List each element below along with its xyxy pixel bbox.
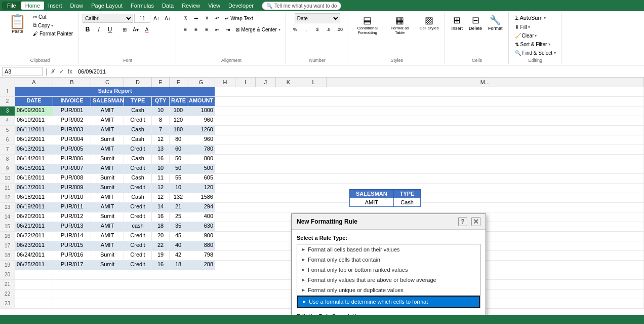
tell-me-box[interactable]: 🔍 Tell me what you want to do [262, 2, 341, 10]
cell-13-amount[interactable]: 294 [187, 203, 215, 212]
cell-16-type[interactable]: Credit [124, 232, 152, 241]
paste-button[interactable]: 📋 Paste [5, 13, 30, 35]
cell-5-qty[interactable]: 7 [152, 126, 170, 135]
cell-18-salesman[interactable]: Sumit [91, 251, 124, 260]
cell-8-date[interactable]: 06/14/2011 [15, 155, 53, 164]
cell-4-date[interactable]: 06/10/2011 [15, 116, 53, 125]
cell-7-type[interactable]: Credit [124, 145, 152, 154]
cell-8-qty[interactable]: 16 [152, 155, 170, 164]
indent-increase-button[interactable]: ⇥ [223, 24, 233, 34]
cell-13-invoice[interactable]: PUR/011 [53, 203, 91, 212]
cell-19-date[interactable]: 06/25/2011 [15, 261, 53, 270]
menu-data[interactable]: Data [158, 2, 178, 10]
cell-9-qty[interactable]: 10 [152, 164, 170, 173]
merge-center-button[interactable]: ⊠ Merge & Center ▾ [233, 24, 283, 34]
cell-16-rate[interactable]: 45 [170, 232, 187, 241]
cell-6-date[interactable]: 06/12/2011 [15, 135, 53, 145]
italic-button[interactable]: I [94, 24, 104, 34]
align-middle-button[interactable]: ☰ [191, 13, 201, 23]
cell-3-invoice[interactable]: PUR/001 [53, 106, 91, 116]
col-header-E[interactable]: E [152, 78, 170, 87]
cell-3-rate[interactable]: 100 [170, 106, 187, 116]
cell-4-rate[interactable]: 120 [170, 116, 187, 125]
find-select-button[interactable]: 🔍 Find & Select ▾ [513, 49, 558, 57]
menu-formulas[interactable]: Formulas [127, 2, 158, 10]
text-direction-button[interactable]: ↶ [212, 13, 222, 23]
cell-7-qty[interactable]: 13 [152, 145, 170, 154]
cell-19-qty[interactable]: 16 [152, 261, 170, 270]
cell-13-type[interactable]: Credit [124, 203, 152, 212]
cell-14-invoice[interactable]: PUR/012 [53, 212, 91, 222]
cell-17-salesman[interactable]: AMIT [91, 241, 124, 250]
new-formatting-rule-dialog[interactable]: New Formatting Rule ? ✕ Select a Rule Ty… [291, 213, 486, 315]
cell-7-date[interactable]: 06/13/2011 [15, 145, 53, 154]
font-name-select[interactable]: Calibri [83, 14, 133, 23]
header-type[interactable]: TYPE [124, 97, 152, 106]
col-header-more[interactable]: M... [327, 78, 644, 87]
cell-15-type[interactable]: cash [124, 222, 152, 231]
border-button[interactable]: ⊞ [119, 24, 130, 34]
comma-button[interactable]: , [301, 24, 311, 34]
percent-button[interactable]: % [290, 24, 300, 34]
col-header-D[interactable]: D [124, 78, 152, 87]
formula-input[interactable] [76, 68, 642, 75]
cell-3-type[interactable]: Cash [124, 106, 152, 116]
cell-9-invoice[interactable]: PUR/007 [53, 164, 91, 173]
cell-5-date[interactable]: 06/11/2011 [15, 126, 53, 135]
fill-color-button[interactable]: A▾ [131, 24, 141, 34]
align-center-button[interactable]: ≡ [191, 24, 201, 34]
menu-view[interactable]: View [204, 2, 224, 10]
align-right-button[interactable]: ≡ [202, 24, 212, 34]
accounting-button[interactable]: $ [312, 24, 323, 34]
cell-10-qty[interactable]: 11 [152, 174, 170, 183]
font-decrease-button[interactable]: A↓ [163, 13, 173, 23]
fill-button[interactable]: ⬇ Fill ▾ [513, 23, 533, 31]
cell-14-salesman[interactable]: Sumit [91, 212, 124, 222]
format-as-table-button[interactable]: ▦ Format as Table [385, 13, 415, 37]
cell-10-invoice[interactable]: PUR/008 [53, 174, 91, 183]
header-qty[interactable]: QTY [152, 97, 170, 106]
cell-16-amount[interactable]: 900 [187, 232, 215, 241]
cell-18-rate[interactable]: 42 [170, 251, 187, 260]
cell-5-amount[interactable]: 1260 [187, 126, 215, 135]
cell-10-amount[interactable]: 605 [187, 174, 215, 183]
dialog-help-button[interactable]: ? [458, 217, 467, 226]
cell-7-salesman[interactable]: AMIT [91, 145, 124, 154]
header-amount[interactable]: AMOUNT [187, 97, 215, 106]
cell-4-salesman[interactable]: AMIT [91, 116, 124, 125]
dialog-close-button[interactable]: ✕ [471, 217, 480, 226]
cell-15-salesman[interactable]: AMIT [91, 222, 124, 231]
cell-19-invoice[interactable]: PUR/017 [53, 261, 91, 270]
cell-19-rate[interactable]: 18 [170, 261, 187, 270]
cell-10-date[interactable]: 06/16/2011 [15, 174, 53, 183]
header-invoice[interactable]: INVOICE [53, 97, 91, 106]
cell-13-rate[interactable]: 21 [170, 203, 187, 212]
cell-8-type[interactable]: Cash [124, 155, 152, 164]
header-salesman[interactable]: SALESMAN [91, 97, 124, 106]
bold-button[interactable]: B [83, 24, 93, 34]
cell-17-date[interactable]: 06/23/2011 [15, 241, 53, 250]
col-header-C[interactable]: C [91, 78, 124, 87]
cell-16-qty[interactable]: 20 [152, 232, 170, 241]
cell-19-type[interactable]: Credit [124, 261, 152, 270]
cell-6-amount[interactable]: 960 [187, 135, 215, 145]
cell-6-qty[interactable]: 12 [152, 135, 170, 145]
clear-button[interactable]: 🧹 Clear ▾ [513, 32, 539, 40]
cell-8-salesman[interactable]: Sumit [91, 155, 124, 164]
cancel-formula-icon[interactable]: ✗ [51, 68, 56, 75]
cell-14-rate[interactable]: 25 [170, 212, 187, 222]
cell-10-rate[interactable]: 55 [170, 174, 187, 183]
cell-12-qty[interactable]: 12 [152, 193, 170, 202]
cell-11-type[interactable]: Credit [124, 184, 152, 193]
rule-item-4[interactable]: Format only unique or duplicate values [297, 285, 480, 296]
menu-home[interactable]: Home [21, 2, 44, 10]
underline-button[interactable]: U [105, 24, 115, 34]
conditional-formatting-button[interactable]: ▤ Conditional Formatting [352, 13, 383, 37]
cell-10-salesman[interactable]: Sumit [91, 174, 124, 183]
menu-draw[interactable]: Draw [66, 2, 88, 10]
cell-3-qty[interactable]: 10 [152, 106, 170, 116]
cell-14-date[interactable]: 06/20/2011 [15, 212, 53, 222]
cell-11-date[interactable]: 06/17/2011 [15, 184, 53, 193]
cell-14-type[interactable]: Credit [124, 212, 152, 222]
cell-13-date[interactable]: 06/19/2011 [15, 203, 53, 212]
